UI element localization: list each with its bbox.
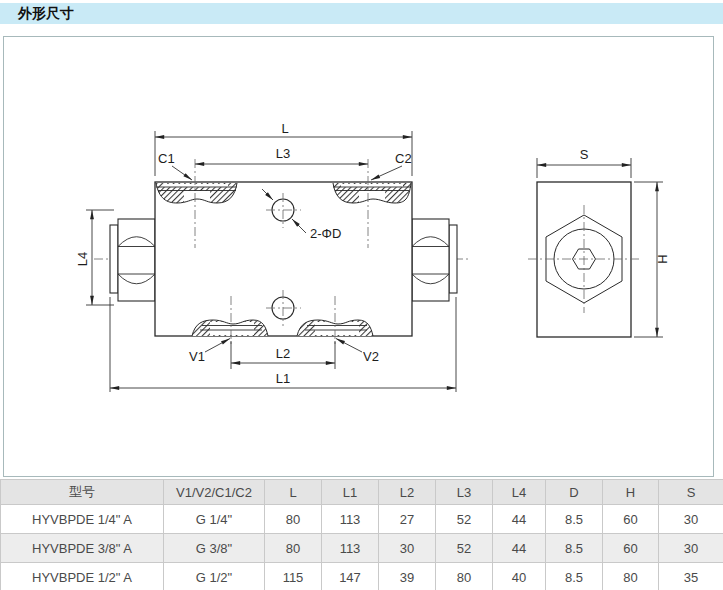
cell-model: HYVBPDE 1/4" A <box>1 505 164 534</box>
cell-l2: 39 <box>379 563 436 590</box>
technical-drawing: L L3 C1 C2 2-ΦD L4 V1 <box>4 37 713 476</box>
cell-l3: 52 <box>436 505 493 534</box>
cell-l2: 27 <box>379 505 436 534</box>
col-header-h: H <box>603 480 659 505</box>
port-c2 <box>333 183 411 203</box>
port-v1 <box>192 320 268 336</box>
cell-h: 60 <box>603 505 659 534</box>
cell-l4: 44 <box>493 534 546 563</box>
col-header-d: D <box>546 480 603 505</box>
left-hex-plug <box>110 219 155 301</box>
cell-h: 80 <box>603 563 659 590</box>
side-view: S H <box>528 147 670 337</box>
dim-label-S: S <box>580 147 589 162</box>
cell-s: 30 <box>659 534 723 563</box>
dim-label-L3: L3 <box>276 146 290 161</box>
col-header-ports: V1/V2/C1/C2 <box>164 480 265 505</box>
page-title: 外形尺寸 <box>0 3 723 24</box>
hole-callout-label: 2-ΦD <box>310 226 341 241</box>
table-row: HYVBPDE 1/4" A G 1/4" 80 113 27 52 44 8.… <box>1 505 723 534</box>
port-label-C1: C1 <box>158 151 175 166</box>
cell-s: 35 <box>659 563 723 590</box>
port-label-V2: V2 <box>363 349 379 364</box>
table-header-row: 型号 V1/V2/C1/C2 L L1 L2 L3 L4 D H S <box>1 480 723 505</box>
cell-ports: G 3/8" <box>164 534 265 563</box>
cell-ports: G 1/2" <box>164 563 265 590</box>
table-row: HYVBPDE 3/8" A G 3/8" 80 113 30 52 44 8.… <box>1 534 723 563</box>
table-row: HYVBPDE 1/2" A G 1/2" 115 147 39 80 40 8… <box>1 563 723 590</box>
port-c1 <box>156 183 237 203</box>
dimensions-table: 型号 V1/V2/C1/C2 L L1 L2 L3 L4 D H S HYVBP… <box>0 479 723 590</box>
drawing-panel: L L3 C1 C2 2-ΦD L4 V1 <box>3 36 714 477</box>
cell-l1: 113 <box>322 534 379 563</box>
right-hex-plug <box>412 219 457 301</box>
col-header-l3: L3 <box>436 480 493 505</box>
cell-l1: 113 <box>322 505 379 534</box>
cell-l1: 147 <box>322 563 379 590</box>
cell-model: HYVBPDE 1/2" A <box>1 563 164 590</box>
cell-l: 80 <box>265 534 322 563</box>
cell-d: 8.5 <box>546 534 603 563</box>
cell-ports: G 1/4" <box>164 505 265 534</box>
col-header-s: S <box>659 480 723 505</box>
col-header-l4: L4 <box>493 480 546 505</box>
cell-l4: 44 <box>493 505 546 534</box>
dim-label-L: L <box>281 121 288 136</box>
col-header-l1: L1 <box>322 480 379 505</box>
col-header-model: 型号 <box>1 480 164 505</box>
cell-l3: 52 <box>436 534 493 563</box>
col-header-l: L <box>265 480 322 505</box>
cell-l3: 80 <box>436 563 493 590</box>
cell-d: 8.5 <box>546 505 603 534</box>
cell-l: 115 <box>265 563 322 590</box>
cell-d: 8.5 <box>546 563 603 590</box>
front-view: L L3 C1 C2 2-ΦD L4 V1 <box>75 121 470 392</box>
col-header-l2: L2 <box>379 480 436 505</box>
dim-label-H: H <box>655 254 670 263</box>
cell-l2: 30 <box>379 534 436 563</box>
dim-label-L2: L2 <box>276 346 290 361</box>
cell-h: 60 <box>603 534 659 563</box>
dim-label-L1: L1 <box>276 371 290 386</box>
cell-model: HYVBPDE 3/8" A <box>1 534 164 563</box>
cell-s: 30 <box>659 505 723 534</box>
port-label-C2: C2 <box>395 151 412 166</box>
cell-l: 80 <box>265 505 322 534</box>
dim-label-L4: L4 <box>75 252 90 266</box>
port-label-V1: V1 <box>189 349 205 364</box>
cell-l4: 40 <box>493 563 546 590</box>
